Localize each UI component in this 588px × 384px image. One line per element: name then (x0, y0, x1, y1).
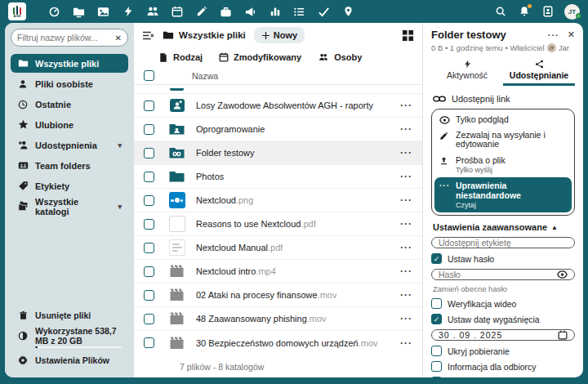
note-to-recipient-checkbox-row[interactable]: Informacja dla odbiorcy (431, 361, 575, 372)
table-row[interactable]: Nextcloud intro.mp4 ··· (134, 260, 422, 284)
filter-type-chip[interactable]: Rodzaj (158, 52, 203, 63)
agh-logo[interactable]: AGH (8, 2, 26, 20)
checkbox-unchecked[interactable] (431, 361, 442, 372)
filter-people-chip[interactable]: Osoby (318, 52, 362, 62)
share-link-row[interactable]: Udostępnij link (433, 94, 575, 104)
panel-actions-icon[interactable]: ··· (548, 30, 559, 40)
approval-icon[interactable] (317, 5, 331, 19)
row-checkbox[interactable] (144, 337, 154, 348)
row-checkbox[interactable] (144, 219, 154, 230)
checkbox-unchecked[interactable] (431, 377, 442, 377)
row-checkbox[interactable] (144, 243, 154, 253)
close-icon[interactable]: ✕ (568, 29, 575, 40)
sidebar-item-files-settings[interactable]: Ustawienia Plików (11, 351, 128, 369)
select-all-checkbox[interactable] (144, 70, 154, 81)
announcements-icon[interactable] (243, 5, 257, 19)
table-row[interactable]: Losy Zawodowe Absolwentów AGH - raporty … (134, 94, 422, 118)
checkbox-unchecked[interactable] (431, 298, 442, 309)
column-name[interactable]: Nazwa (192, 71, 218, 81)
row-actions-icon[interactable]: ··· (400, 266, 412, 277)
video-verification-checkbox-row[interactable]: Weryfikacja wideo (431, 298, 575, 309)
password-field[interactable] (431, 269, 575, 280)
row-checkbox[interactable] (144, 290, 154, 301)
sidebar-item-shares[interactable]: Udostępnienia ▾ (11, 136, 128, 154)
row-checkbox[interactable] (144, 148, 154, 159)
row-actions-icon[interactable]: ··· (400, 147, 412, 159)
search-icon[interactable] (493, 5, 507, 19)
row-checkbox[interactable] (144, 172, 154, 182)
sidebar-item-tags[interactable]: Etykiety (11, 176, 128, 195)
table-row[interactable]: 48 Zaawansowany phishing.mov ··· (134, 307, 422, 331)
row-actions-icon[interactable]: ··· (400, 194, 412, 206)
chevron-down-icon[interactable]: ▾ (118, 203, 122, 211)
table-row[interactable]: Nextcloud Manual.pdf ··· (134, 236, 422, 260)
close-navigation-icon[interactable] (142, 30, 154, 41)
row-actions-icon[interactable]: ··· (400, 313, 412, 324)
checkbox-unchecked[interactable] (431, 346, 442, 356)
activity-icon[interactable] (121, 5, 135, 19)
row-checkbox[interactable] (144, 266, 154, 277)
notes-icon[interactable] (194, 5, 208, 19)
row-actions-icon[interactable]: ··· (400, 100, 412, 111)
grid-view-files-checkbox-row[interactable]: Pokaż pliki w widoku siatki (431, 377, 575, 377)
tab-sharing[interactable]: Udostępnianie (503, 57, 575, 86)
hide-download-checkbox-row[interactable]: Ukryj pobieranie (431, 346, 575, 356)
tab-activity[interactable]: Aktywność (431, 57, 503, 86)
breadcrumb[interactable]: Wszystkie pliki (163, 29, 246, 41)
sidebar-item-favorites[interactable]: Ulubione (11, 115, 128, 134)
table-row[interactable]: Nextcloud.png ··· (134, 189, 422, 212)
share-label-field[interactable] (431, 237, 575, 248)
tasks-icon[interactable] (292, 5, 306, 19)
table-row[interactable]: Oprogramowanie ··· (134, 118, 422, 141)
option-view-only[interactable]: Tylko podgląd (434, 112, 572, 127)
dashboard-icon[interactable] (47, 5, 61, 19)
sidebar-item-deleted-files[interactable]: Usunięte pliki (11, 306, 128, 325)
contacts-icon[interactable] (145, 5, 159, 19)
row-checkbox[interactable] (144, 124, 154, 135)
deck-icon[interactable] (219, 5, 233, 19)
advanced-settings-toggle[interactable]: Ustawienia zaawansowane ▲ (433, 222, 575, 232)
grid-view-icon[interactable] (402, 29, 414, 42)
contacts-menu-icon[interactable] (541, 5, 555, 19)
table-row[interactable]: Photos ··· (134, 165, 422, 189)
share-label-input[interactable] (439, 238, 568, 248)
table-row[interactable]: 02 Ataki na procesy finansowe.mov ··· (134, 284, 422, 307)
expiration-date-field[interactable]: 30 . 09 . 2025 (431, 329, 575, 341)
row-actions-icon[interactable]: ··· (400, 337, 412, 349)
set-password-checkbox-row[interactable]: ✓ Ustaw hasło (431, 253, 575, 264)
expiration-date-checkbox-row[interactable]: ✓ Ustaw datę wygaśnięcia (431, 314, 575, 324)
new-button[interactable]: Nowy (254, 27, 305, 43)
sidebar-item-quota[interactable]: Wykorzystane 538,7 MB z 20 GB (11, 327, 128, 346)
row-checkbox[interactable] (144, 314, 154, 324)
sidebar-item-recent[interactable]: Ostatnie (11, 95, 128, 114)
sidebar-item-all-files[interactable]: Wszystkie pliki (11, 54, 128, 73)
row-actions-icon[interactable]: ··· (400, 289, 412, 301)
maps-icon[interactable] (341, 5, 355, 19)
calendar-icon[interactable] (170, 5, 184, 19)
checkbox-checked[interactable]: ✓ (431, 253, 442, 264)
option-allow-edit[interactable]: Zezwalaj na wysyłanie i edytowanie (434, 127, 572, 152)
analytics-icon[interactable] (268, 5, 282, 19)
files-icon[interactable] (72, 5, 86, 19)
row-actions-icon[interactable]: ··· (400, 218, 412, 230)
clear-filter-icon[interactable]: ✕ (115, 33, 122, 42)
photos-icon[interactable] (96, 5, 110, 19)
chevron-down-icon[interactable]: ▾ (118, 141, 122, 150)
checkbox-checked[interactable]: ✓ (431, 314, 442, 324)
password-input[interactable] (439, 270, 557, 279)
row-actions-icon[interactable]: ··· (400, 242, 412, 253)
option-file-request[interactable]: Prośba o plik Tylko wyślij (434, 152, 572, 177)
table-row[interactable]: 30 Bezpieczeństwo domowych urządzeń.mov … (134, 331, 422, 355)
sidebar-item-team-folders[interactable]: Team folders (11, 156, 128, 175)
table-row[interactable]: Reasons to use Nextcloud.pdf ··· (134, 212, 422, 236)
row-checkbox[interactable] (144, 100, 154, 111)
row-checkbox[interactable] (144, 195, 154, 206)
option-custom-permissions[interactable]: ··· Uprawnienia niestandardowe Czytaj (434, 177, 572, 212)
sidebar-item-all-folders[interactable]: Wszystkie katalogi ▾ (11, 197, 128, 216)
row-actions-icon[interactable]: ··· (400, 171, 412, 182)
show-password-eye-icon[interactable] (557, 270, 568, 279)
row-actions-icon[interactable]: ··· (400, 123, 412, 135)
table-row-selected[interactable]: Folder testowy ··· (134, 141, 422, 165)
filter-files-box[interactable]: ✕ (11, 29, 128, 47)
notifications-icon[interactable] (517, 5, 531, 19)
